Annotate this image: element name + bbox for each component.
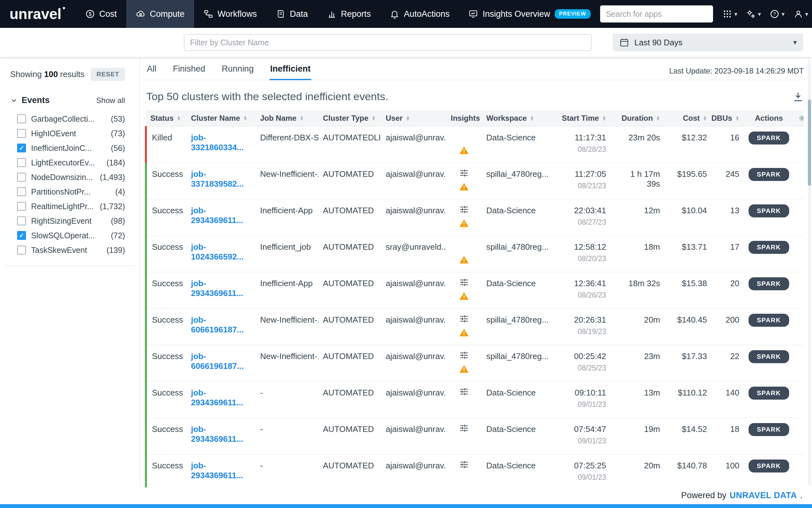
nav-item-cost[interactable]: $ Cost: [76, 0, 126, 28]
tab-running[interactable]: Running: [221, 61, 255, 80]
warning-icon[interactable]: [459, 328, 469, 338]
cluster-link[interactable]: job-3321860334...: [191, 133, 243, 152]
column-header-job-name[interactable]: Job Name ▲▼: [256, 110, 318, 126]
event-checkbox[interactable]: [17, 231, 26, 240]
cluster-link[interactable]: job-1024366592...: [191, 242, 243, 261]
event-checkbox[interactable]: [17, 173, 26, 181]
show-all-link[interactable]: Show all: [96, 96, 125, 105]
event-filter-item[interactable]: RealtimeLightPr... (1,732): [10, 199, 125, 214]
cluster-link[interactable]: job-6066196187...: [191, 351, 243, 371]
tab-finished[interactable]: Finished: [172, 61, 206, 80]
manage-menu[interactable]: ▾: [746, 9, 761, 19]
tune-icon[interactable]: [459, 168, 469, 178]
sort-icon[interactable]: ▲▼: [406, 116, 410, 121]
sort-icon[interactable]: ▲▼: [530, 116, 534, 121]
column-header-start-time[interactable]: Start Time ▲▼: [554, 110, 611, 126]
cluster-link[interactable]: job-2934369611...: [191, 388, 243, 407]
sort-icon[interactable]: ▲▼: [243, 116, 247, 121]
tab-inefficient[interactable]: Inefficient: [270, 61, 311, 80]
column-header-duration[interactable]: Duration ▲▼: [611, 110, 664, 126]
spark-button[interactable]: SPARK: [748, 314, 789, 327]
event-filter-item[interactable]: InefficientJoinC... (56): [10, 141, 125, 155]
event-checkbox[interactable]: [17, 187, 26, 196]
nav-item-insights-overview[interactable]: Insights Overview PREVIEW: [459, 0, 600, 28]
tune-icon[interactable]: [459, 460, 469, 470]
table-row[interactable]: Success job-3371839582... New-Inefficien…: [146, 163, 804, 199]
table-settings-gear-icon[interactable]: [794, 110, 804, 126]
nav-item-workflows[interactable]: Workflows: [194, 0, 266, 28]
event-filter-item[interactable]: NodeDownsizin... (1,493): [10, 170, 125, 184]
column-header-dbus[interactable]: DBUs ▲▼: [711, 110, 744, 126]
event-checkbox[interactable]: [17, 143, 26, 153]
spark-button[interactable]: SPARK: [748, 423, 789, 436]
event-filter-item[interactable]: GarbageCollecti... (53): [10, 112, 125, 126]
nav-item-reports[interactable]: Reports: [317, 0, 381, 28]
warning-icon[interactable]: [459, 145, 469, 155]
event-filter-item[interactable]: TaskSkewEvent (139): [10, 243, 125, 257]
spark-button[interactable]: SPARK: [748, 460, 789, 472]
event-filter-item[interactable]: RightSizingEvent (98): [10, 214, 125, 228]
app-search-input[interactable]: [600, 5, 713, 23]
column-header-cost[interactable]: Cost ▲▼: [664, 110, 711, 126]
column-header-cluster-type[interactable]: Cluster Type ▲▼: [318, 110, 381, 126]
column-header-user[interactable]: User ▲▼: [381, 110, 446, 126]
nav-item-autoactions[interactable]: AutoActions: [380, 0, 459, 28]
cluster-link[interactable]: job-3371839582...: [191, 169, 243, 188]
cluster-link[interactable]: job-2934369611...: [191, 206, 243, 225]
cluster-link[interactable]: job-2934369611...: [191, 279, 243, 298]
sort-icon[interactable]: ▲▼: [703, 116, 707, 121]
event-checkbox[interactable]: [17, 158, 26, 167]
vertical-scrollbar[interactable]: [808, 59, 811, 485]
tune-icon[interactable]: [459, 204, 469, 215]
warning-icon[interactable]: [459, 182, 469, 192]
unravel-data-link[interactable]: UNRAVEL DATA: [730, 491, 797, 500]
column-header-cluster-name[interactable]: Cluster Name ▲▼: [187, 110, 256, 126]
spark-button[interactable]: SPARK: [748, 131, 789, 144]
event-checkbox[interactable]: [17, 115, 26, 123]
nav-item-compute[interactable]: Compute: [126, 0, 194, 28]
table-row[interactable]: Success job-2934369611... Inefficient-Ap…: [146, 272, 804, 308]
event-checkbox[interactable]: [17, 129, 26, 138]
cluster-link[interactable]: job-2934369611...: [191, 424, 243, 444]
column-header-status[interactable]: Status ▲▼: [146, 110, 187, 126]
spark-button[interactable]: SPARK: [748, 168, 789, 181]
warning-icon[interactable]: [459, 364, 469, 374]
spark-button[interactable]: SPARK: [748, 204, 789, 217]
unravel-logo[interactable]: unravel: [9, 0, 65, 28]
events-collapse-caret-icon[interactable]: [10, 97, 18, 104]
event-filter-item[interactable]: LightExecutorEv... (184): [10, 155, 125, 170]
nav-item-data[interactable]: Data: [266, 0, 317, 28]
table-row[interactable]: Success job-1024366592... Inefficient_jo…: [146, 236, 804, 272]
warning-icon[interactable]: [459, 218, 469, 228]
table-row[interactable]: Success job-6066196187... New-Inefficien…: [146, 345, 804, 381]
event-filter-item[interactable]: HighIOEvent (73): [10, 126, 125, 141]
sort-icon[interactable]: ▲▼: [602, 116, 606, 121]
table-row[interactable]: Success job-2934369611... Inefficient-Ap…: [146, 199, 804, 236]
sort-icon[interactable]: ▲▼: [177, 116, 181, 121]
cluster-link[interactable]: job-6066196187...: [191, 315, 243, 334]
event-checkbox[interactable]: [17, 202, 26, 211]
column-header-actions[interactable]: Actions: [744, 110, 794, 126]
spark-button[interactable]: SPARK: [748, 350, 789, 363]
event-filter-item[interactable]: SlowSQLOperat... (72): [10, 228, 125, 243]
tune-icon[interactable]: [459, 277, 469, 288]
table-row[interactable]: Killed job-3321860334... Different-DBX-S…: [146, 126, 804, 163]
table-row[interactable]: Success job-2934369611... - AUTOMATED aj…: [146, 454, 804, 488]
warning-icon[interactable]: [459, 255, 469, 265]
column-header-workspace[interactable]: Workspace ▲▼: [482, 110, 554, 126]
tune-icon[interactable]: [459, 423, 469, 433]
download-icon[interactable]: [792, 91, 804, 102]
table-row[interactable]: Success job-2934369611... - AUTOMATED aj…: [146, 418, 804, 454]
cluster-name-filter-input[interactable]: [184, 34, 591, 51]
spark-button[interactable]: SPARK: [748, 277, 789, 290]
spark-button[interactable]: SPARK: [748, 387, 789, 399]
sort-icon[interactable]: ▲▼: [372, 116, 376, 121]
event-checkbox[interactable]: [17, 216, 26, 225]
tune-icon[interactable]: [459, 387, 469, 397]
warning-icon[interactable]: [459, 291, 469, 301]
scrollbar-thumb[interactable]: [808, 99, 811, 186]
apps-grid-menu[interactable]: ▾: [723, 9, 737, 19]
tune-icon[interactable]: [459, 314, 469, 324]
reset-button[interactable]: RESET: [91, 68, 125, 81]
sort-icon[interactable]: ▲▼: [656, 116, 660, 121]
